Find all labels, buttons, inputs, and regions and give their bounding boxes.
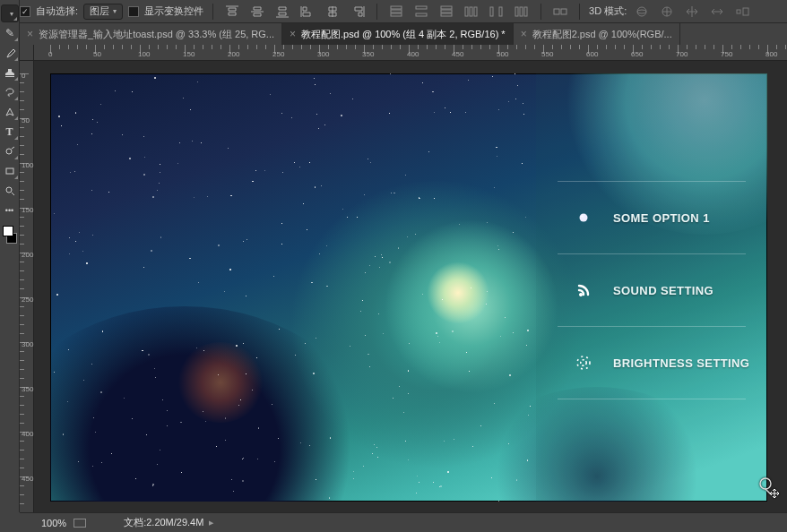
color-swatches[interactable] <box>1 224 19 245</box>
type-tool-icon[interactable]: T <box>1 123 19 141</box>
tool-strip: ✎ T ••• <box>0 0 20 512</box>
doc-tab-1[interactable]: × 教程配图.psd @ 100% (组 4 副本 2, RGB/16) * <box>282 23 514 45</box>
svg-rect-9 <box>470 7 472 16</box>
menu-item-label: SOUND SETTING <box>613 284 713 297</box>
align-top-icon[interactable] <box>222 4 242 20</box>
eyedropper-tool-icon[interactable] <box>1 44 19 62</box>
distribute-left-icon[interactable] <box>462 4 481 20</box>
auto-align-icon[interactable] <box>550 4 570 20</box>
svg-rect-21 <box>737 10 740 13</box>
document-tabs: × 资源管理器_输入地址toast.psd @ 33.3% (组 25, RG.… <box>0 23 787 45</box>
close-icon[interactable]: × <box>27 28 33 40</box>
show-transform-checkbox[interactable] <box>128 6 139 17</box>
distribute-vcenter-icon[interactable] <box>411 4 431 20</box>
zoom-value: 100% <box>41 518 66 528</box>
svg-rect-10 <box>474 7 477 16</box>
svg-point-19 <box>637 10 646 13</box>
distribute-bottom-icon[interactable] <box>437 4 456 20</box>
zoom-field[interactable]: 100% <box>41 518 66 528</box>
docsize-label: 文档:2.20M/29.4M <box>124 516 203 529</box>
vertical-ruler[interactable]: 050100150200250300350400450 <box>20 61 34 512</box>
show-transform-label: 显示变换控件 <box>144 4 203 18</box>
align-hcenter-icon[interactable] <box>323 4 342 20</box>
rectangle-tool-icon[interactable] <box>1 162 19 180</box>
svg-point-28 <box>581 360 586 365</box>
svg-rect-8 <box>465 7 468 16</box>
zoom-popout-icon[interactable] <box>74 519 86 528</box>
3d-roll-icon[interactable] <box>657 4 677 20</box>
svg-rect-6 <box>441 10 452 13</box>
foreground-swatch[interactable] <box>3 226 13 236</box>
svg-point-23 <box>6 149 12 154</box>
svg-rect-17 <box>561 9 566 14</box>
auto-select-checkbox[interactable] <box>20 6 30 17</box>
svg-rect-24 <box>6 168 13 174</box>
auto-select-label: 自动选择: <box>36 4 78 18</box>
menu-item-label: BRIGHTNESS SETTING <box>613 356 749 370</box>
close-icon[interactable]: × <box>290 28 296 40</box>
svg-rect-0 <box>391 6 402 9</box>
doc-tab-0[interactable]: × 资源管理器_输入地址toast.psd @ 33.3% (组 25, RG.… <box>20 23 282 45</box>
align-left-icon[interactable] <box>298 4 317 20</box>
status-bar: 100% 文档:2.20M/29.4M ▶ <box>20 512 787 532</box>
svg-rect-11 <box>490 7 493 16</box>
horizontal-ruler[interactable]: 0501001502002503003504004505005506006507… <box>34 45 787 61</box>
svg-rect-3 <box>416 6 427 9</box>
doc-tab-2[interactable]: × 教程配图2.psd @ 100%(RGB/... <box>514 23 680 45</box>
edit-toolbar-icon[interactable]: ••• <box>1 202 19 219</box>
svg-point-29 <box>577 356 590 369</box>
zoom-tool-icon[interactable] <box>1 182 19 200</box>
workspace: 0501001502002503003504004505005506006507… <box>20 45 787 512</box>
3d-orbit-icon[interactable] <box>632 4 652 20</box>
menu-item-label: SOME OPTION 1 <box>613 211 710 225</box>
options-bar: 自动选择: 图层 显示变换控件 3D 模式: <box>0 0 787 23</box>
menu-item-brightness[interactable]: BRIGHTNESS SETTING <box>536 327 767 399</box>
close-icon[interactable]: × <box>521 28 527 40</box>
settings-panel: SOME OPTION 1 SOUND SETTING BRIGHTNESS S… <box>536 73 767 502</box>
svg-rect-16 <box>554 9 559 14</box>
svg-rect-1 <box>391 10 402 13</box>
doc-tab-label: 资源管理器_输入地址toast.psd @ 33.3% (组 25, RG... <box>39 28 274 41</box>
distribute-top-icon[interactable] <box>386 4 406 20</box>
align-vcenter-icon[interactable] <box>247 4 267 20</box>
ruler-origin[interactable] <box>20 45 34 61</box>
brush-tool-icon[interactable]: ✎ <box>1 24 19 42</box>
svg-rect-22 <box>743 8 748 15</box>
doc-tab-label: 教程配图2.psd @ 100%(RGB/... <box>532 28 672 41</box>
pen-tool-icon[interactable] <box>1 103 19 121</box>
dodge-tool-icon[interactable] <box>1 142 19 160</box>
3d-slide-icon[interactable] <box>707 4 727 20</box>
divider <box>376 4 377 20</box>
svg-rect-5 <box>441 6 452 9</box>
svg-rect-2 <box>391 13 402 16</box>
divider <box>579 4 580 20</box>
divider <box>541 4 541 20</box>
sphere-icon <box>575 210 592 226</box>
document-canvas[interactable]: SOME OPTION 1 SOUND SETTING BRIGHTNESS S… <box>50 73 767 502</box>
distribute-hcenter-icon[interactable] <box>487 4 506 20</box>
layer-dropdown[interactable]: 图层 <box>83 4 123 20</box>
divider <box>212 4 213 20</box>
layer-dropdown-value: 图层 <box>90 4 109 18</box>
status-menu-icon[interactable]: ▶ <box>209 519 213 527</box>
align-right-icon[interactable] <box>348 4 368 20</box>
svg-rect-7 <box>441 13 452 16</box>
canvas-viewport[interactable]: SOME OPTION 1 SOUND SETTING BRIGHTNESS S… <box>34 61 787 512</box>
rss-icon <box>575 282 592 298</box>
svg-point-26 <box>580 214 588 222</box>
3d-pan-icon[interactable] <box>682 4 702 20</box>
svg-rect-12 <box>499 7 502 16</box>
doc-tab-label: 教程配图.psd @ 100% (组 4 副本 2, RGB/16) * <box>301 28 506 41</box>
svg-point-25 <box>6 187 12 193</box>
distribute-right-icon[interactable] <box>512 4 532 20</box>
move-tool-icon[interactable] <box>1 4 19 22</box>
stamp-tool-icon[interactable] <box>1 64 19 82</box>
svg-rect-15 <box>524 7 527 16</box>
svg-rect-13 <box>515 7 518 16</box>
3d-scale-icon[interactable] <box>732 4 752 20</box>
svg-point-18 <box>637 7 646 16</box>
lasso-tool-icon[interactable] <box>1 83 19 101</box>
menu-item-option1[interactable]: SOME OPTION 1 <box>536 182 767 253</box>
align-bottom-icon[interactable] <box>272 4 292 20</box>
menu-item-sound[interactable]: SOUND SETTING <box>536 254 767 326</box>
